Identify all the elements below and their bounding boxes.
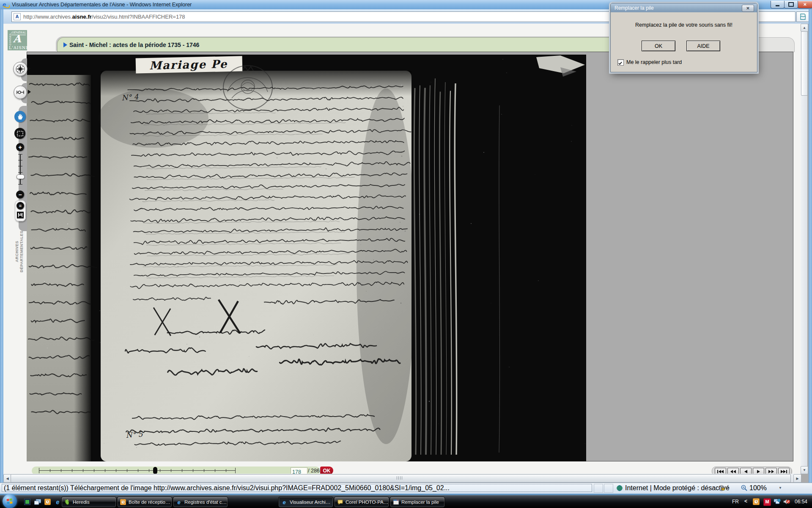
- scroll-down-button[interactable]: ▼: [801, 466, 808, 474]
- archives-departementales-label: ARCHIVES DÉPARTEMENTALES: [15, 202, 25, 301]
- close-button[interactable]: ✕: [798, 1, 812, 8]
- plus-icon: +: [18, 144, 22, 151]
- refresh-shield-icon: [718, 485, 725, 491]
- tray-expand-chevron[interactable]: <: [744, 498, 747, 504]
- dialog-close-icon: ✕: [746, 6, 749, 11]
- maximize-button[interactable]: [784, 1, 798, 8]
- select-region-button[interactable]: [14, 128, 25, 139]
- mcafee-tray-icon[interactable]: M: [763, 498, 771, 506]
- dashed-selection-icon: [17, 131, 23, 136]
- logo-a-glyph: A: [13, 33, 21, 45]
- inprivate-control[interactable]: ▼: [718, 484, 730, 492]
- taskbar-button-inbox[interactable]: Boîte de réception - ...: [117, 497, 172, 508]
- scroll-right-button[interactable]: ▶: [793, 474, 801, 483]
- pan-tool-button[interactable]: [14, 111, 26, 122]
- scanned-register-image[interactable]: Mariage PeN° 4N° 5: [27, 55, 586, 461]
- hand-icon: [16, 113, 24, 120]
- dialog-ok-button[interactable]: OK: [642, 41, 675, 51]
- url-prefix: http://www.archives.: [23, 14, 72, 20]
- magnifier-icon: [741, 485, 747, 491]
- start-button[interactable]: [3, 494, 17, 508]
- adjust-tool-button[interactable]: [14, 86, 27, 99]
- screen: e Visualiseur Archives Départementales d…: [0, 0, 812, 508]
- volume-muted-tray-icon[interactable]: [783, 498, 790, 507]
- zoom-out-button[interactable]: −: [16, 190, 24, 199]
- dialog-help-button[interactable]: AIDE: [686, 41, 720, 51]
- back-icon: [744, 470, 747, 473]
- bullet-triangle-icon: [63, 42, 67, 47]
- dialog-close-button[interactable]: ✕: [742, 5, 754, 12]
- scan-top-label: Mariage Pe: [149, 58, 228, 72]
- viewer-header-bar: Saint - Michel : actes de la période 173…: [57, 37, 652, 52]
- vertical-scroll-thumb[interactable]: [801, 31, 808, 96]
- zoom-control[interactable]: 100% ▼: [741, 484, 782, 492]
- zone-text: Internet | Mode protégé : désactivé: [625, 484, 730, 492]
- windows-flag-icon: [6, 498, 13, 504]
- network-tray-icon[interactable]: [774, 498, 781, 507]
- security-zone: Internet | Mode protégé : désactivé: [617, 484, 730, 492]
- tray-reminder-icon[interactable]: [753, 498, 760, 507]
- download-status: (1 élément restant(s)) Téléchargement de…: [2, 484, 592, 492]
- language-indicator[interactable]: FR: [732, 499, 739, 505]
- dialog-message: Remplacez la pile de votre souris sans f…: [615, 22, 753, 28]
- remind-later-label: Me le rappeler plus tard: [626, 59, 682, 65]
- taskbar-button-visualiseur[interactable]: e Visualiseur Archives ...: [278, 497, 333, 508]
- heredis-icon: [64, 499, 71, 505]
- window-border-right: [809, 9, 812, 494]
- ie-quicklaunch-icon[interactable]: e: [54, 498, 61, 505]
- corel-icon: [337, 499, 343, 505]
- logo-conseil-text: CONSEIL: [9, 33, 11, 45]
- fast-back-icon: [730, 470, 736, 473]
- slider-adjust-icon: [16, 88, 25, 97]
- scan-margin-note-bottom: N° 5: [126, 430, 143, 439]
- taskbar-button-heredis[interactable]: Heredis: [61, 497, 116, 508]
- show-desktop-icon[interactable]: [34, 498, 41, 505]
- register-title: Saint - Michel : actes de la période 173…: [69, 41, 199, 48]
- page-total: / 286: [308, 468, 320, 474]
- outlook-quicklaunch-icon[interactable]: [44, 498, 51, 505]
- taskbar-button-registres[interactable]: e Registres d'état civil,...: [173, 497, 228, 508]
- window-border-left: [0, 9, 3, 494]
- minimize-button[interactable]: [771, 1, 785, 8]
- dropdown-arrow-icon: ▼: [727, 486, 730, 490]
- navigate-overview-button[interactable]: [13, 62, 27, 76]
- scroll-up-button[interactable]: ▲: [801, 24, 808, 32]
- compatibility-view-button[interactable]: [796, 11, 809, 22]
- minimize-icon: [776, 5, 779, 6]
- zoom-slider-track[interactable]: [20, 154, 21, 185]
- taskbar-button-corel[interactable]: Corel PHOTO-PAIN...: [334, 497, 389, 508]
- dialog-titlebar[interactable]: Remplacer la pile ✕: [611, 3, 757, 12]
- replace-battery-dialog: Remplacer la pile ✕ Remplacez la pile de…: [610, 3, 757, 72]
- window-title: Visualiseur Archives Départementales de …: [12, 2, 192, 8]
- expand-arrow-icon-1[interactable]: [28, 66, 31, 71]
- torn-page-icon: [800, 14, 806, 20]
- zoom-dropdown-arrow-icon: ▼: [779, 486, 782, 490]
- arrow-up-icon: ▲: [803, 26, 806, 30]
- maximize-icon: [788, 2, 794, 7]
- dialog-window-icon: [392, 499, 399, 505]
- minus-icon: −: [18, 191, 22, 198]
- fast-forward-icon: [768, 470, 774, 473]
- last-page-icon: [781, 470, 787, 473]
- zoom-in-button[interactable]: +: [16, 143, 24, 151]
- expand-arrow-icon-2[interactable]: [28, 90, 31, 94]
- taskbar-button-remplacer[interactable]: Remplacer la pile: [390, 497, 445, 508]
- ie-icon: e: [176, 499, 182, 505]
- arrow-down-icon: ▼: [803, 468, 806, 472]
- first-page-icon: [717, 470, 724, 473]
- url-domain: aisne.fr: [72, 14, 92, 20]
- checkmark-icon: [618, 61, 623, 66]
- page-slider-line[interactable]: [39, 470, 235, 471]
- remind-later-checkbox[interactable]: [617, 59, 624, 66]
- ie-icon: e: [281, 499, 288, 505]
- zoom-slider-handle[interactable]: [16, 174, 25, 179]
- dialog-title: Remplacer la pile: [614, 5, 654, 11]
- outlook-icon: [120, 499, 126, 505]
- logo-aisne-text: L'AISNE: [9, 45, 27, 50]
- scroll-thumb-grip: [397, 476, 403, 480]
- arrow-right-icon: ▶: [796, 477, 798, 480]
- zoom-level: 100%: [749, 484, 767, 492]
- quicklaunch-app1-icon[interactable]: [24, 498, 31, 505]
- page-slider-handle[interactable]: [153, 467, 157, 474]
- clock[interactable]: 06:54: [795, 499, 807, 505]
